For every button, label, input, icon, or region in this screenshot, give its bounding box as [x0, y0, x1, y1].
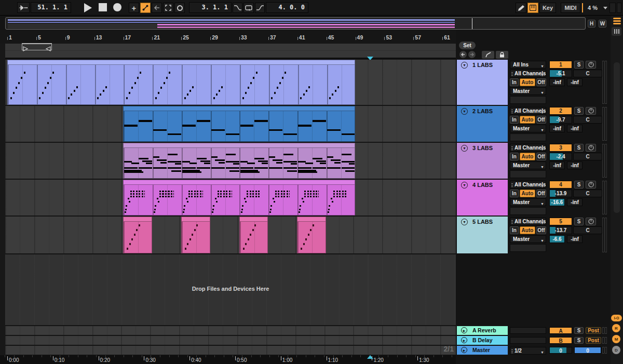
solo-button[interactable]: S [574, 61, 584, 69]
loop-switch-icon[interactable] [243, 3, 254, 13]
send-b-slider[interactable]: -inf [567, 198, 583, 206]
send-b-slider[interactable]: -inf [567, 125, 583, 132]
monitor-in-button[interactable]: In [510, 78, 519, 86]
return-name-box[interactable] [510, 327, 546, 334]
pan-knob[interactable] [586, 218, 596, 225]
monitor-auto-button[interactable]: Auto [520, 190, 535, 197]
return-track-header[interactable]: ▶A Reverb [457, 326, 508, 335]
send-b-slider[interactable]: -inf [567, 235, 583, 243]
monitor-off-button[interactable]: Off [536, 190, 546, 197]
arrangement-clip[interactable] [297, 217, 326, 253]
out-type-chooser[interactable]: Master▼ [510, 87, 546, 95]
in-channel-chooser[interactable]: All Channels▼ [510, 218, 546, 225]
arrangement-clip[interactable] [123, 180, 355, 215]
master-track-header[interactable]: ▶Master [457, 346, 508, 355]
master-pan-slider[interactable]: 0 [549, 347, 572, 354]
mixer-toggle-icon[interactable] [612, 27, 621, 36]
send-a-slider[interactable]: -inf [549, 125, 565, 132]
monitor-in-button[interactable]: In [510, 116, 519, 124]
time-ruler[interactable]: 0:000:100:200:300:400:501:001:101:201:30 [0, 355, 456, 364]
out-type-chooser[interactable]: Master▼ [510, 198, 546, 206]
volume-slider[interactable]: -9.7 [549, 116, 572, 124]
monitor-auto-button[interactable]: Auto [520, 78, 535, 86]
cue-out-chooser[interactable]: 1/2▼ [510, 347, 546, 355]
track-number-arm[interactable]: 2 [549, 107, 572, 115]
ruler-strip[interactable]: 15913172125293337414549535761 [0, 30, 456, 44]
stop-button[interactable] [97, 3, 110, 12]
unfold-return-icon[interactable]: ▶ [461, 337, 467, 343]
loop-circle-icon[interactable] [174, 3, 185, 13]
delay-section-toggle[interactable]: D [612, 346, 620, 354]
pan-knob[interactable] [586, 61, 596, 69]
hamburger-menu-icon[interactable] [613, 18, 621, 24]
fold-track-icon[interactable]: ▼ [461, 182, 468, 188]
computer-midi-keyboard-icon[interactable] [527, 3, 538, 13]
solo-button[interactable]: S [574, 337, 584, 344]
pre-post-toggle[interactable]: Post [586, 327, 601, 334]
track-header[interactable]: ▼3 LABS [457, 143, 508, 179]
arrangement-clip[interactable] [123, 217, 152, 253]
solo-button[interactable]: S [574, 181, 584, 188]
track-header[interactable]: ▼5 LABS [457, 217, 508, 253]
arrangement-clip[interactable] [239, 217, 268, 253]
track-lane[interactable] [5, 217, 456, 253]
return-track-header[interactable]: ▶B Delay [457, 336, 508, 345]
pan-knob[interactable] [586, 181, 596, 188]
overview-height-button[interactable]: H [588, 20, 595, 28]
punch-out-icon[interactable] [255, 3, 265, 13]
send-a-slider[interactable]: -inf [549, 78, 565, 86]
monitor-off-button[interactable]: Off [536, 226, 546, 234]
send-b-slider[interactable]: -inf [567, 78, 583, 86]
loop-start-display[interactable]: 3. 1. 1 [189, 2, 232, 13]
send-b-slider[interactable]: -inf [567, 161, 583, 169]
track-header[interactable]: ▼1 LABS [457, 60, 508, 105]
solo-button[interactable]: S [574, 144, 584, 152]
track-number-arm[interactable]: 5 [549, 218, 572, 225]
volume-slider[interactable]: -5.1 [549, 70, 572, 77]
returns-section-toggle[interactable]: R [612, 324, 620, 332]
crossfade-assign-button[interactable]: C [573, 190, 602, 197]
in-channel-chooser[interactable]: All Channels▼ [510, 70, 546, 77]
play-button[interactable] [82, 3, 96, 13]
midi-map-button[interactable]: MIDI [561, 3, 580, 13]
crossfade-assign-button[interactable]: C [573, 116, 602, 124]
out-type-chooser[interactable]: Master▼ [510, 161, 546, 169]
solo-button[interactable]: S [574, 107, 584, 115]
out-type-chooser[interactable]: Master▼ [510, 125, 546, 132]
solo-button[interactable]: S [574, 327, 584, 334]
track-header[interactable]: ▼4 LABS [457, 180, 508, 215]
monitor-auto-button[interactable]: Auto [520, 153, 535, 160]
draw-mode-icon[interactable] [140, 3, 151, 13]
loop-length-display[interactable]: 4. 0. 0 [266, 2, 308, 13]
track-number-arm[interactable]: 1 [549, 61, 572, 69]
pre-post-toggle[interactable]: Post [586, 337, 601, 344]
record-button[interactable] [111, 3, 125, 12]
solo-button[interactable]: S [574, 218, 584, 225]
monitor-off-button[interactable]: Off [536, 116, 546, 124]
selection-brackets-icon[interactable] [163, 3, 173, 13]
monitor-auto-button[interactable]: Auto [520, 116, 535, 124]
out-type-chooser[interactable]: Master▼ [510, 235, 546, 243]
scrollbar-thumb[interactable] [614, 62, 620, 213]
follow-icon[interactable] [17, 2, 30, 13]
monitor-in-button[interactable]: In [510, 190, 519, 197]
volume-slider[interactable]: -2.4 [549, 153, 572, 160]
pan-knob[interactable] [586, 144, 596, 152]
playhead-marker-bottom[interactable] [367, 355, 373, 359]
arrangement-overview[interactable] [5, 17, 586, 30]
back-arrow-icon[interactable] [152, 3, 162, 13]
return-lane[interactable] [5, 326, 456, 335]
track-number-arm[interactable]: 4 [549, 181, 572, 188]
arrangement-clip[interactable] [123, 143, 355, 179]
master-volume-slider[interactable]: 0 [574, 347, 601, 354]
fold-track-icon[interactable]: ▼ [461, 219, 468, 225]
crossfade-assign-button[interactable]: C [573, 153, 602, 160]
cpu-load-value[interactable]: 4 % [588, 5, 598, 11]
return-lane[interactable] [5, 346, 456, 355]
draw-automation-button[interactable] [482, 51, 494, 59]
in-channel-chooser[interactable]: All Channels▼ [510, 107, 546, 115]
next-locator-button[interactable] [468, 51, 476, 58]
return-badge[interactable]: B [549, 337, 572, 344]
in-type-chooser[interactable]: All Ins▼ [510, 61, 546, 69]
in-channel-chooser[interactable]: All Channels▼ [510, 181, 546, 188]
